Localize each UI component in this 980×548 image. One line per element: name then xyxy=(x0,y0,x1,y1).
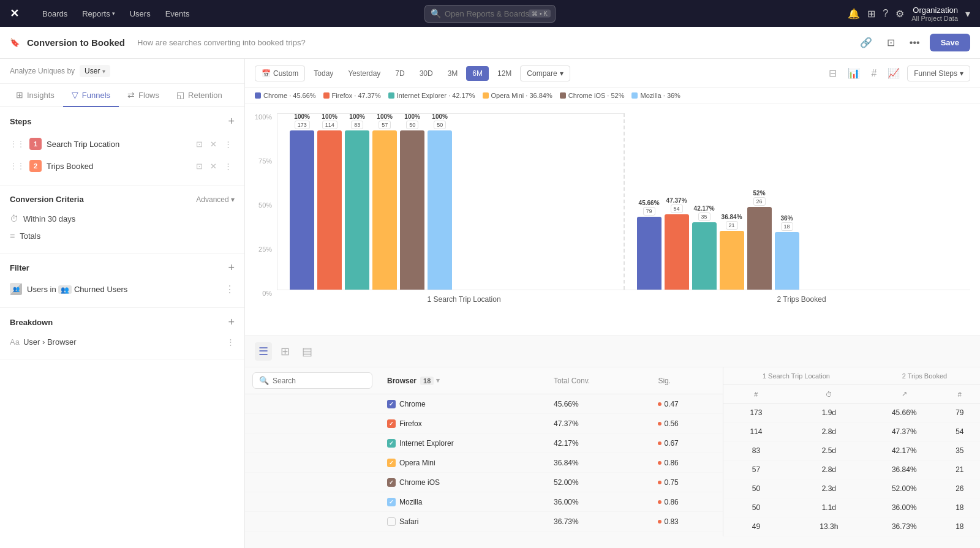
filter-icon[interactable]: ⊡ xyxy=(194,138,205,150)
table-view-compact-button[interactable]: ▤ xyxy=(298,342,316,361)
row-empty xyxy=(245,492,380,512)
add-filter-button[interactable]: + xyxy=(228,262,235,273)
sub-header: 🔖 Conversion to Booked How are searches … xyxy=(0,27,980,59)
right-table-row: 57 2.8d 36.84% 21 xyxy=(723,460,980,479)
legend-dot-ie xyxy=(388,92,394,99)
chart-toolbar: 📅 Custom Today Yesterday 7D 30D 3M 6M 12… xyxy=(245,59,980,88)
hash-chart-icon[interactable]: # xyxy=(867,66,880,81)
timer-icon: ⏱ xyxy=(10,214,18,223)
more-icon[interactable]: ⋮ xyxy=(222,160,235,172)
notifications-icon[interactable]: 🔔 xyxy=(848,8,860,20)
analyze-value[interactable]: User ▾ xyxy=(80,65,110,77)
bar-chart-icon[interactable]: 📊 xyxy=(844,65,864,81)
table-row: Safari 36.73% 0.83 xyxy=(245,512,723,531)
browser-count: 18 xyxy=(420,377,434,385)
drag-icon[interactable]: ⋮⋮ xyxy=(10,140,24,148)
browser-checkbox[interactable]: ✓ xyxy=(387,498,396,506)
close-icon[interactable]: ✕ xyxy=(208,160,219,172)
browser-table: 🔍 Browser 18 ▾ T xyxy=(245,367,723,531)
table-view-list-button[interactable]: ☰ xyxy=(255,342,272,361)
right-table-row: 114 2.8d 47.37% 54 xyxy=(723,422,980,441)
time-3m-button[interactable]: 3M xyxy=(442,66,464,81)
browser-name-cell: ✓ Opera Mini xyxy=(380,453,546,473)
tab-funnels[interactable]: ▽ Funnels xyxy=(63,84,119,107)
clock-icon: ⏱ xyxy=(826,391,832,398)
s2-pct: 36.84% xyxy=(869,460,940,479)
time-today-button[interactable]: Today xyxy=(307,66,339,81)
browser-checkbox[interactable]: ✓ xyxy=(387,419,396,428)
funnel-steps-button[interactable]: Funnel Steps ▾ xyxy=(907,66,970,81)
top-nav: ✕ Boards Reports ▾ Users Events 🔍 ⌘ • K … xyxy=(0,0,980,27)
browser-checkbox[interactable]: ✓ xyxy=(387,478,396,487)
save-button[interactable]: Save xyxy=(930,34,970,51)
drag-icon[interactable]: ⋮⋮ xyxy=(10,162,24,170)
time-7d-button[interactable]: 7D xyxy=(389,66,410,81)
add-breakdown-button[interactable]: + xyxy=(228,317,235,328)
breakdown-more-icon[interactable]: ⋮ xyxy=(227,337,235,347)
browser-name: Chrome iOS xyxy=(399,478,440,487)
filter-icon[interactable]: ⊡ xyxy=(194,160,205,172)
nav-boards[interactable]: Boards xyxy=(36,6,74,22)
browser-checkbox[interactable]: ✓ xyxy=(387,439,396,448)
more-button[interactable]: ••• xyxy=(905,34,925,52)
tab-retention[interactable]: ◱ Retention xyxy=(168,84,231,107)
bar-ie-s1[interactable]: 100% 83 xyxy=(345,113,369,290)
advanced-button[interactable]: Advanced ▾ xyxy=(196,195,235,204)
totals-icon: ≡ xyxy=(10,231,15,241)
right-content: 📅 Custom Today Yesterday 7D 30D 3M 6M 12… xyxy=(245,59,980,548)
steps-title: Steps xyxy=(10,117,31,126)
browser-checkbox[interactable]: ✓ xyxy=(387,400,396,408)
filter-more-icon[interactable]: ⋮ xyxy=(225,283,235,295)
time-custom-button[interactable]: 📅 Custom xyxy=(255,66,305,81)
nav-reports[interactable]: Reports ▾ xyxy=(76,6,121,22)
duplicate-button[interactable]: ⊡ xyxy=(882,33,900,52)
table-search-input[interactable] xyxy=(273,377,366,385)
table-toolbar: ☰ ⊞ ▤ xyxy=(245,336,980,367)
browser-name: Opera Mini xyxy=(399,459,435,467)
legend-dot-chrome xyxy=(255,92,261,99)
bar-firefox-s1[interactable]: 100% 114 xyxy=(317,113,342,290)
compare-button[interactable]: Compare ▾ xyxy=(520,66,570,81)
browser-checkbox[interactable] xyxy=(387,517,396,526)
apps-icon[interactable]: ⊞ xyxy=(867,8,875,20)
org-chevron-icon[interactable]: ▾ xyxy=(965,8,970,20)
table-view-grid-button[interactable]: ⊞ xyxy=(277,342,293,361)
s2-count: 79 xyxy=(940,403,980,422)
time-30d-button[interactable]: 30D xyxy=(413,66,439,81)
time-yesterday-button[interactable]: Yesterday xyxy=(342,66,386,81)
time-12m-button[interactable]: 12M xyxy=(491,66,518,81)
bar-ie-s2[interactable]: 42.17% 35 xyxy=(692,205,717,290)
bar-mozilla-s2[interactable]: 36% 18 xyxy=(775,215,799,290)
bar-opera-s2[interactable]: 36.84% 21 xyxy=(720,214,744,290)
count-icon: # xyxy=(958,391,962,398)
nav-users[interactable]: Users xyxy=(124,6,157,22)
step-2-label: Trips Booked xyxy=(47,162,189,171)
settings-icon[interactable]: ⚙ xyxy=(895,8,904,20)
bar-opera-s1[interactable]: 100% 57 xyxy=(372,113,397,290)
link-button[interactable]: 🔗 xyxy=(855,33,877,52)
browser-header[interactable]: Browser 18 ▾ xyxy=(387,377,539,385)
more-icon[interactable]: ⋮ xyxy=(222,138,235,150)
bar-mozilla-s1[interactable]: 100% 50 xyxy=(428,113,452,290)
close-icon[interactable]: ✕ xyxy=(208,138,219,150)
s1-time: 2.3d xyxy=(789,479,869,498)
bar-chromios-s1[interactable]: 100% 50 xyxy=(400,113,424,290)
search-icon: 🔍 xyxy=(431,9,441,18)
bar-chrome-s1[interactable]: 100% 173 xyxy=(290,113,314,290)
tab-flows[interactable]: ⇄ Flows xyxy=(119,84,168,107)
bar-firefox-s2[interactable]: 47.37% 54 xyxy=(665,197,689,290)
help-icon[interactable]: ? xyxy=(883,8,888,19)
browser-checkbox[interactable]: ✓ xyxy=(387,459,396,467)
right-table-row: 173 1.9d 45.66% 79 xyxy=(723,403,980,422)
nav-events[interactable]: Events xyxy=(159,6,196,22)
filter-chart-icon[interactable]: ⊟ xyxy=(825,65,840,81)
time-6m-button[interactable]: 6M xyxy=(466,66,489,81)
table-search-box[interactable]: 🔍 xyxy=(252,372,372,389)
line-chart-icon[interactable]: 📈 xyxy=(884,65,903,81)
org-info[interactable]: Organization All Project Data xyxy=(911,6,958,22)
bar-chrome-s2[interactable]: 45.66% 79 xyxy=(637,200,662,290)
tab-insights[interactable]: ⊞ Insights xyxy=(7,84,63,107)
bar-chromios-s2[interactable]: 52% 26 xyxy=(747,190,772,290)
breakdown-header: Breakdown + xyxy=(10,317,235,328)
add-step-button[interactable]: + xyxy=(228,116,235,127)
